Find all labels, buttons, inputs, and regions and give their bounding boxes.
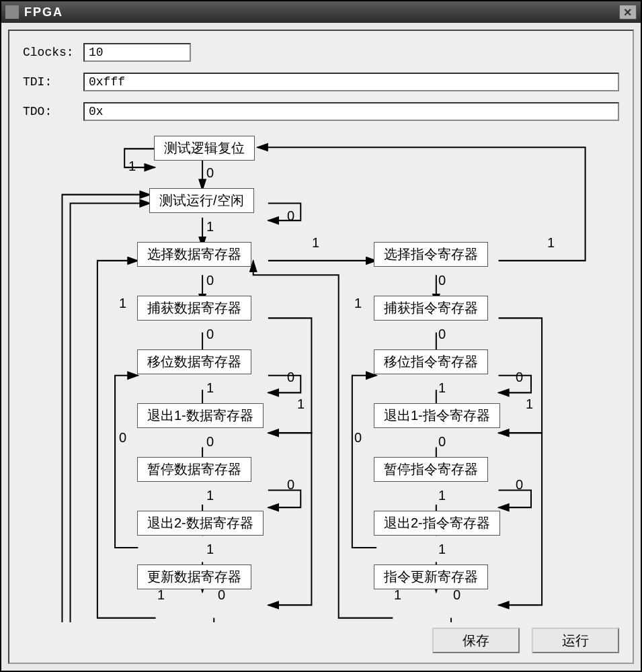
state-exit2-ir: 退出2-指令寄存器 [374, 511, 500, 536]
edge-ex2dr-upd: 1 [206, 542, 214, 557]
edge-seldr-selir: 1 [312, 235, 319, 251]
tdo-label: TDO: [23, 105, 83, 118]
state-cap-ir: 捕获指令寄存器 [374, 296, 488, 321]
state-pause-dr: 暂停数据寄存器 [137, 457, 251, 482]
state-shift-ir: 移位指令寄存器 [374, 349, 488, 374]
edge-updir-seldr-1: 1 [394, 587, 401, 603]
state-sel-ir: 选择指令寄存器 [374, 242, 488, 267]
edge-pauseir-self: 0 [516, 477, 523, 493]
clocks-input[interactable] [83, 43, 191, 62]
edge-selir-reset: 1 [547, 235, 555, 251]
state-idle: 测试运行/空闲 [149, 188, 254, 213]
state-exit1-ir: 退出1-指令寄存器 [374, 403, 500, 428]
state-reset: 测试逻辑复位 [154, 136, 255, 161]
edge-updir-idle-0: 0 [453, 587, 460, 603]
edge-shiftir-ex1: 1 [438, 380, 446, 396]
fpga-window: FPGA ✕ Clocks: TDI: TDO: [0, 0, 642, 672]
tap-state-diagram: 测试逻辑复位 测试运行/空闲 选择数据寄存器 捕获数据寄存器 移位数据寄存器 退… [23, 134, 619, 622]
edge-pausedr-ex2: 1 [206, 488, 214, 503]
state-exit2-dr: 退出2-数据寄存器 [137, 511, 264, 536]
tdo-row: TDO: [23, 102, 619, 121]
state-update-ir: 指令更新寄存器 [374, 564, 488, 589]
edge-ex2ir-shift-0: 0 [354, 430, 362, 446]
edge-reset-self: 1 [128, 159, 136, 174]
app-icon [5, 5, 19, 19]
state-pause-ir: 暂停指令寄存器 [374, 457, 488, 482]
edge-shiftdr-ex1: 1 [206, 380, 214, 396]
state-exit1-dr: 退出1-数据寄存器 [137, 403, 264, 428]
edge-capir-shiftir: 0 [438, 327, 446, 342]
edge-ex1dr-upd-1: 1 [297, 396, 305, 412]
edge-ex1ir-pause: 0 [438, 434, 446, 450]
edge-capdr-ex1-1: 1 [119, 296, 126, 311]
edge-idle-seldr: 1 [206, 219, 214, 235]
edge-shiftir-self: 0 [516, 370, 523, 385]
diagram-edges [23, 134, 619, 622]
edge-ex2dr-shift-0: 0 [119, 430, 126, 446]
edge-ex1dr-pause: 0 [206, 434, 214, 450]
edge-shiftdr-self: 0 [287, 370, 294, 385]
edge-reset-idle: 0 [206, 165, 214, 181]
content-frame: Clocks: TDI: TDO: [8, 30, 634, 664]
edge-selir-capir: 0 [438, 273, 446, 288]
tdi-input[interactable] [83, 73, 619, 91]
footer-buttons: 保存 运行 [23, 628, 619, 653]
close-icon[interactable]: ✕ [619, 5, 637, 19]
clocks-row: Clocks: [23, 43, 619, 62]
save-button[interactable]: 保存 [432, 628, 520, 653]
edge-pausedr-self: 0 [287, 477, 294, 493]
edge-capdr-shiftdr: 0 [206, 327, 214, 342]
state-shift-dr: 移位数据寄存器 [137, 349, 251, 374]
edge-ex1ir-upd-1: 1 [526, 396, 533, 412]
edge-upddr-seldr-1: 1 [157, 587, 165, 603]
state-cap-dr: 捕获数据寄存器 [137, 296, 251, 321]
clocks-label: Clocks: [23, 46, 83, 59]
state-update-dr: 更新数据寄存器 [137, 564, 251, 589]
tdi-row: TDI: [23, 73, 619, 91]
edge-ex2ir-upd: 1 [438, 542, 446, 557]
edge-idle-self: 0 [287, 208, 294, 224]
tdo-input[interactable] [83, 102, 619, 121]
run-button[interactable]: 运行 [532, 628, 619, 653]
tdi-label: TDI: [23, 75, 83, 89]
edge-capir-ex1-1: 1 [354, 296, 362, 311]
edge-seldr-capdr: 0 [206, 273, 214, 288]
state-sel-dr: 选择数据寄存器 [137, 242, 251, 267]
titlebar: FPGA ✕ [1, 1, 641, 23]
window-title: FPGA [24, 5, 63, 19]
edge-pauseir-ex2: 1 [438, 488, 446, 503]
edge-upddr-idle-0: 0 [218, 587, 225, 603]
